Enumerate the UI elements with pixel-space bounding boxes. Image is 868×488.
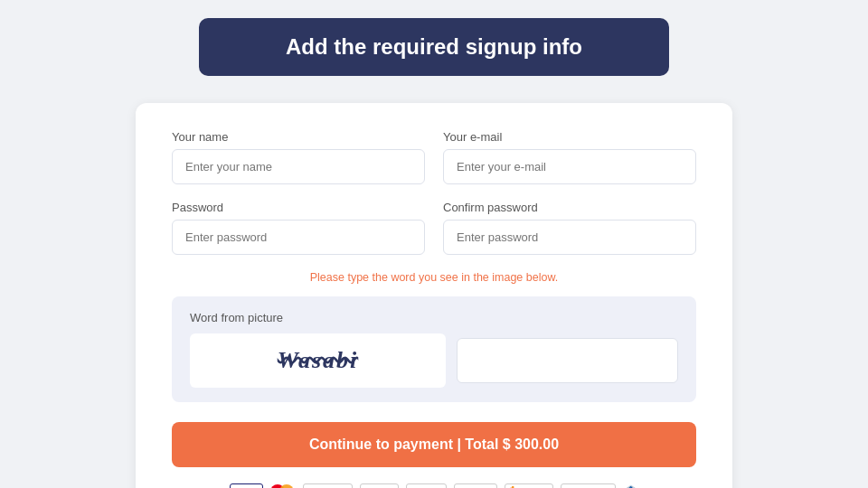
- captcha-label: Word from picture: [190, 311, 678, 324]
- signup-form-card: Your name Your e-mail Password Confirm p…: [136, 103, 732, 488]
- cirrus-icon: Cirrus: [406, 483, 446, 488]
- banner-text: Add the required signup info: [286, 34, 582, 59]
- name-input[interactable]: [172, 149, 425, 184]
- page-container: Add the required signup info Your name Y…: [0, 0, 868, 488]
- payment-icons-row: VISA Maestro AMEX Cirrus PayPal ₿bitcoin…: [172, 483, 696, 488]
- paypal-icon: PayPal: [454, 483, 497, 488]
- mastercard-icon: [270, 483, 296, 488]
- confirm-password-label: Confirm password: [443, 201, 696, 214]
- form-row-1: Your name Your e-mail: [172, 130, 696, 184]
- bank-icon: 🏦: [623, 484, 638, 488]
- confirm-password-field-group: Confirm password: [443, 201, 696, 255]
- monero-icon: MONERO: [561, 483, 617, 488]
- email-field-group: Your e-mail: [443, 130, 696, 184]
- visa-icon: VISA: [230, 483, 264, 488]
- form-row-2: Password Confirm password: [172, 201, 696, 255]
- password-field-group: Password: [172, 201, 425, 255]
- captcha-inner: Word from picture Wasabi: [190, 311, 678, 388]
- captcha-word: Wasabi: [278, 347, 359, 374]
- name-label: Your name: [172, 130, 425, 144]
- email-input[interactable]: [443, 149, 696, 184]
- bitcoin-icon: ₿bitcoin: [505, 483, 553, 488]
- submit-button[interactable]: Continue to payment | Total $ 300.00: [172, 422, 696, 467]
- captcha-image: Wasabi: [190, 333, 446, 388]
- email-label: Your e-mail: [443, 130, 696, 144]
- confirm-password-input[interactable]: [443, 220, 696, 255]
- name-field-group: Your name: [172, 130, 425, 184]
- captcha-container: Word from picture Wasabi: [172, 296, 696, 402]
- password-label: Password: [172, 201, 425, 214]
- amex-icon: AMEX: [360, 483, 400, 488]
- captcha-input[interactable]: [457, 338, 678, 383]
- banner-tooltip: Add the required signup info: [199, 18, 669, 76]
- captcha-notice: Please type the word you see in the imag…: [172, 271, 696, 284]
- maestro-icon: Maestro: [303, 483, 352, 488]
- password-input[interactable]: [172, 220, 425, 255]
